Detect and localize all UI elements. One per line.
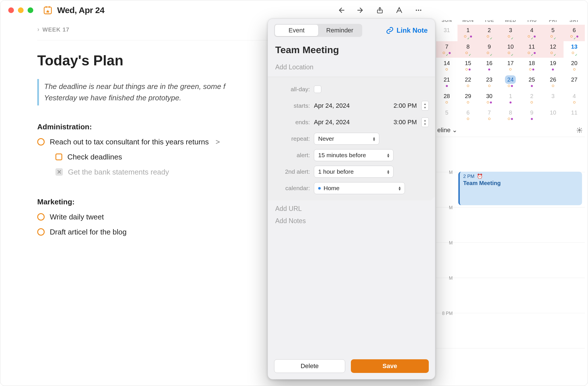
day-number: 17 xyxy=(505,59,516,67)
calendar-day[interactable]: 20 xyxy=(564,58,585,74)
calendar-day[interactable]: 25 xyxy=(521,74,543,91)
day-indicators xyxy=(465,68,471,71)
calendar-day[interactable]: 15 xyxy=(457,58,479,74)
calendar-day[interactable]: 8 xyxy=(500,107,521,124)
end-time-field[interactable]: 3:00 PM xyxy=(394,119,417,126)
calendar-day[interactable]: 2 xyxy=(479,25,500,41)
calendar-day[interactable]: 7 xyxy=(436,41,457,58)
nav-forward-button[interactable] xyxy=(356,6,365,14)
calendar-day[interactable]: 10 xyxy=(500,41,521,58)
calendar-day[interactable]: 11 xyxy=(564,107,585,124)
timeline-hour-row xyxy=(436,137,585,172)
task-checkbox-icon[interactable] xyxy=(37,228,45,236)
svg-point-3 xyxy=(418,10,419,11)
allday-checkbox[interactable] xyxy=(314,86,321,93)
day-number: 30 xyxy=(484,92,495,100)
timeline-event[interactable]: 2 PM ⏰ Team Meeting xyxy=(458,172,582,205)
more-icon[interactable] xyxy=(414,6,423,14)
calendar-day[interactable]: 31 xyxy=(436,25,457,41)
calendar-day[interactable]: 9 xyxy=(521,107,543,124)
calendar-day[interactable]: 17 xyxy=(500,58,521,74)
calendar-day[interactable]: 28 xyxy=(436,91,457,107)
end-date-field[interactable]: Apr 24, 2024 xyxy=(314,119,350,126)
start-date-field[interactable]: Apr 24, 2024 xyxy=(314,102,350,109)
task-checkbox-icon[interactable] xyxy=(37,213,45,221)
calendar-day[interactable]: 9 xyxy=(479,41,500,58)
calendar-day[interactable]: 2 xyxy=(521,91,543,107)
start-time-stepper[interactable]: ▴▾ xyxy=(421,101,429,111)
calendar-day[interactable]: 19 xyxy=(543,58,564,74)
event-editor-popover: Event Reminder Link Note Team Meeting Ad… xyxy=(268,18,435,379)
day-number: 4 xyxy=(526,26,537,34)
day-indicators xyxy=(531,117,533,121)
task-label: Reach out to tax consultant for this yea… xyxy=(50,138,209,146)
calendar-day[interactable]: 3 xyxy=(543,91,564,107)
repeat-value: Never xyxy=(318,135,334,142)
notes-input[interactable]: Add Notes xyxy=(268,217,435,229)
calendar-day[interactable]: 6 xyxy=(564,25,585,41)
zoom-window-button[interactable] xyxy=(28,7,33,13)
location-input[interactable]: Add Location xyxy=(274,63,429,77)
calendar-day[interactable]: 16 xyxy=(479,58,500,74)
delete-button[interactable]: Delete xyxy=(274,359,345,373)
save-button[interactable]: Save xyxy=(351,359,429,373)
timeline-mode-select[interactable]: eline ⌄ xyxy=(437,126,457,134)
task-checkbox-square-icon[interactable] xyxy=(55,153,62,160)
share-icon[interactable] xyxy=(376,6,384,14)
task-label: Write daily tweet xyxy=(50,213,104,221)
alert2-select[interactable]: 1 hour before ▴▾ xyxy=(314,166,394,178)
disclosure-caret-icon[interactable]: > xyxy=(216,138,220,146)
calendar-day[interactable]: 10 xyxy=(543,107,564,124)
link-note-button[interactable]: Link Note xyxy=(386,26,429,34)
calendar-day[interactable]: 1 xyxy=(500,91,521,107)
segment-reminder[interactable]: Reminder xyxy=(318,25,361,36)
calendar-day[interactable]: 1 xyxy=(457,25,479,41)
calendar-day[interactable]: 8 xyxy=(457,41,479,58)
day-number: 2 xyxy=(484,26,495,34)
calendar-day[interactable]: 22 xyxy=(457,74,479,91)
task-checkbox-icon[interactable] xyxy=(37,138,45,146)
calendar-day[interactable]: 13 xyxy=(564,41,585,58)
calendar-day[interactable]: 23 xyxy=(479,74,500,91)
calendar-select[interactable]: Home ▴▾ xyxy=(314,182,405,194)
day-number: 1 xyxy=(463,26,473,34)
repeat-select[interactable]: Never ▴▾ xyxy=(314,133,379,145)
calendar-day[interactable]: 26 xyxy=(543,74,564,91)
calendar-day[interactable]: 21 xyxy=(436,74,457,91)
day-number: 12 xyxy=(548,42,558,51)
day-indicators xyxy=(572,51,577,55)
calendar-day[interactable]: 30 xyxy=(479,91,500,107)
calendar-day[interactable]: 12 xyxy=(543,41,564,58)
type-segmented-control[interactable]: Event Reminder xyxy=(274,24,362,37)
event-name: Team Meeting xyxy=(463,180,579,186)
font-icon[interactable] xyxy=(395,6,403,14)
calendar-day[interactable]: 4 xyxy=(564,91,585,107)
event-title-input[interactable]: Team Meeting xyxy=(274,37,429,63)
calendar-day[interactable]: 3 xyxy=(500,25,521,41)
calendar-day[interactable]: 6 xyxy=(457,107,479,124)
calendar-day[interactable]: 5 xyxy=(543,25,564,41)
close-window-button[interactable] xyxy=(8,7,14,13)
calendar-day[interactable]: 29 xyxy=(457,91,479,107)
day-timeline[interactable]: 2 PM ⏰ Team Meeting MMMM8 PM xyxy=(436,137,585,386)
calendar-day[interactable]: 14 xyxy=(436,58,457,74)
task-checked-icon[interactable]: ✕ xyxy=(55,168,63,176)
alert-select[interactable]: 15 minutes before ▴▾ xyxy=(314,149,394,161)
minimize-window-button[interactable] xyxy=(18,7,24,13)
url-input[interactable]: Add URL xyxy=(268,200,435,217)
calendar-day[interactable]: 5 xyxy=(436,107,457,124)
window-title: Wed, Apr 24 xyxy=(57,5,104,15)
end-time-stepper[interactable]: ▴▾ xyxy=(421,117,429,127)
calendar-day[interactable]: 27 xyxy=(564,74,585,91)
timeline-settings-button[interactable] xyxy=(576,127,583,133)
calendar-day[interactable]: 7 xyxy=(479,107,500,124)
day-number: 7 xyxy=(441,42,452,51)
calendar-day[interactable]: 18 xyxy=(521,58,543,74)
calendar-day[interactable]: 4 xyxy=(521,25,543,41)
calendar-day[interactable]: 11 xyxy=(521,41,543,58)
start-time-field[interactable]: 2:00 PM xyxy=(394,102,417,109)
segment-event[interactable]: Event xyxy=(275,25,318,36)
day-indicators xyxy=(487,35,492,38)
nav-back-button[interactable] xyxy=(337,6,345,14)
calendar-day[interactable]: 24 xyxy=(500,74,521,91)
